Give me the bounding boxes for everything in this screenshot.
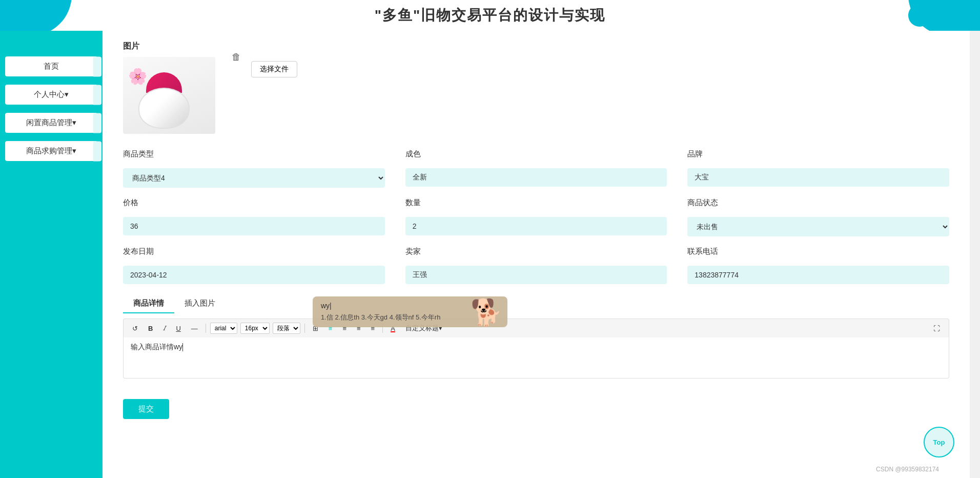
- sidebar: 首页 个人中心▾ 闲置商品管理▾ 商品求购管理▾: [0, 31, 103, 478]
- editor-section: 商品详情 插入图片 ↺ B 𝘐 U — arial 16px 段落: [123, 294, 949, 379]
- image-section: 图片 🗑 🌸 选择文件: [123, 41, 949, 134]
- product-image: 🌸: [123, 57, 215, 134]
- dog-decoration: 🐕: [471, 297, 502, 327]
- sidebar-item-home[interactable]: 首页: [5, 56, 97, 76]
- toolbar-sep1: [206, 324, 206, 333]
- status-group: 商品状态 未出售: [687, 198, 949, 236]
- publish-date-label: 发布日期: [123, 247, 385, 256]
- image-label: 图片: [123, 41, 949, 52]
- condition-group: 成色: [405, 149, 667, 188]
- seller-group: 卖家: [405, 247, 667, 284]
- price-label: 价格: [123, 198, 385, 208]
- form-grid-row1: 商品类型 商品类型4 成色 品牌: [123, 149, 949, 188]
- delete-image-button[interactable]: 🗑: [232, 52, 241, 63]
- status-select[interactable]: 未出售: [687, 217, 949, 236]
- contact-input[interactable]: [687, 266, 949, 284]
- select-file-button[interactable]: 选择文件: [251, 61, 297, 77]
- editor-toolbar: ↺ B 𝘐 U — arial 16px 段落 ⊞ ≡: [123, 318, 949, 337]
- image-container: 🗑 🌸: [123, 57, 236, 134]
- italic-button[interactable]: 𝘐: [159, 323, 169, 334]
- font-select[interactable]: arial: [210, 323, 237, 334]
- publish-date-input[interactable]: [123, 266, 385, 284]
- fullscreen-icon: ⛶: [933, 325, 940, 332]
- submit-button[interactable]: 提交: [123, 399, 169, 419]
- seller-input[interactable]: [405, 266, 667, 284]
- quantity-input[interactable]: [405, 217, 667, 235]
- editor-tabs: 商品详情 插入图片: [123, 294, 949, 313]
- contact-group: 联系电话: [687, 247, 949, 284]
- sidebar-item-purchase-mgmt[interactable]: 商品求购管理▾: [5, 141, 97, 161]
- right-sidebar: [970, 31, 980, 478]
- price-input[interactable]: [123, 217, 385, 235]
- font-size-select[interactable]: 16px: [240, 323, 270, 334]
- sidebar-item-goods-mgmt[interactable]: 闲置商品管理▾: [5, 113, 97, 133]
- flower-decoration: 🌸: [128, 67, 147, 85]
- undo-button[interactable]: ↺: [129, 323, 141, 334]
- paragraph-select[interactable]: 段落: [273, 323, 300, 334]
- watermark: CSDN @99359832174: [876, 466, 939, 473]
- submit-section: 提交: [123, 389, 949, 419]
- form-grid-row2: 价格 数量 商品状态 未出售: [123, 198, 949, 236]
- layout: 首页 个人中心▾ 闲置商品管理▾ 商品求购管理▾ 图片 🗑: [0, 31, 980, 478]
- editor-cursor: [182, 343, 183, 351]
- bold-button[interactable]: B: [145, 323, 156, 334]
- product-type-select[interactable]: 商品类型4: [123, 168, 385, 188]
- cosmetic-base: [138, 88, 190, 129]
- header: "多鱼"旧物交易平台的设计与实现 ✕ 👤: [0, 0, 980, 31]
- delete-icon: 🗑: [232, 52, 241, 62]
- fullscreen-button[interactable]: ⛶: [930, 323, 944, 334]
- sidebar-nav: 首页 个人中心▾ 闲置商品管理▾ 商品求购管理▾: [0, 56, 103, 161]
- sidebar-item-profile[interactable]: 个人中心▾: [5, 85, 97, 105]
- brand-label: 品牌: [687, 149, 949, 159]
- condition-label: 成色: [405, 149, 667, 159]
- tab-detail[interactable]: 商品详情: [123, 294, 174, 313]
- toolbar-sep2: [304, 324, 305, 333]
- editor-content: 输入商品详情wy: [131, 343, 182, 351]
- editor-area[interactable]: 输入商品详情wy: [123, 337, 949, 379]
- quantity-label: 数量: [405, 198, 667, 208]
- seller-label: 卖家: [405, 247, 667, 256]
- quantity-group: 数量: [405, 198, 667, 236]
- form-grid-row3: 发布日期 卖家 联系电话: [123, 247, 949, 284]
- price-group: 价格: [123, 198, 385, 236]
- brand-group: 品牌: [687, 149, 949, 188]
- publish-date-group: 发布日期: [123, 247, 385, 284]
- tab-insert-image[interactable]: 插入图片: [174, 294, 226, 313]
- product-type-group: 商品类型 商品类型4: [123, 149, 385, 188]
- autocomplete-popup[interactable]: wy| 1.信 2.信息th 3.今天gd 4.领导nf 5.今年rh 🐕: [313, 296, 507, 327]
- dash-button[interactable]: —: [188, 323, 201, 334]
- underline-button[interactable]: U: [172, 323, 184, 334]
- top-button[interactable]: Top: [924, 427, 954, 457]
- brand-input[interactable]: [687, 168, 949, 187]
- product-type-label: 商品类型: [123, 149, 385, 159]
- page-title: "多鱼"旧物交易平台的设计与实现: [375, 6, 606, 25]
- header-deco-left: [0, 0, 72, 31]
- status-label: 商品状态: [687, 198, 949, 208]
- contact-label: 联系电话: [687, 247, 949, 256]
- condition-input[interactable]: [405, 168, 667, 187]
- main-content: 图片 🗑 🌸 选择文件 商品类型: [103, 31, 970, 478]
